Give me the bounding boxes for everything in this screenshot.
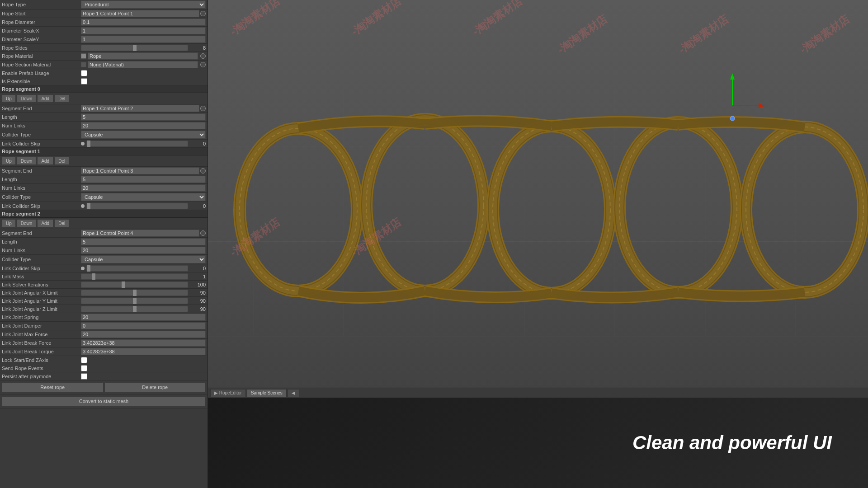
- convert-btn[interactable]: Convert to static mesh: [2, 396, 206, 406]
- link-damper-input[interactable]: [81, 322, 206, 329]
- segment1-end-row: Segment End: [0, 167, 208, 175]
- is-extensible-checkbox[interactable]: [81, 78, 87, 84]
- link-maxforce-input[interactable]: [81, 331, 206, 338]
- segment2-end-row: Segment End: [0, 229, 208, 238]
- segment2-linkskip-row: Link Collider Skip 0: [0, 264, 208, 272]
- link-mass-slider[interactable]: [81, 273, 188, 280]
- tab-sample-scenes[interactable]: Sample Scenes: [247, 389, 287, 397]
- segment0-add-btn[interactable]: Add: [37, 94, 53, 103]
- rope-material-icon: [81, 53, 86, 59]
- rope-section-material-input[interactable]: [88, 61, 198, 68]
- segment0-collider-dropdown[interactable]: Capsule: [81, 131, 206, 139]
- link-mass-row: Link Mass 1: [0, 272, 208, 281]
- segment2-collider-dropdown[interactable]: Capsule: [81, 255, 206, 263]
- segment0-numlinks-input[interactable]: [81, 122, 206, 129]
- segment0-del-btn[interactable]: Del: [54, 94, 69, 103]
- rope-material-input[interactable]: [88, 52, 198, 60]
- diameter-scalex-input[interactable]: [81, 27, 206, 34]
- segment0-end-input[interactable]: [81, 105, 199, 112]
- persist-checkbox[interactable]: [81, 373, 87, 380]
- rope-section-material-row: Rope Section Material: [0, 61, 208, 69]
- segment0-linkskip-slider[interactable]: [86, 141, 188, 147]
- segment1-add-btn[interactable]: Add: [37, 157, 53, 165]
- segment0-linkskip-label: Link Collider Skip: [2, 141, 81, 146]
- segment0-collider-label: Collider Type: [2, 132, 81, 137]
- link-angular-z-label: Link Joint Angular Z Limit: [2, 306, 81, 312]
- viewport[interactable]: -淘淘素材店 -淘淘素材店 -淘淘素材店 -淘淘素材店 -淘淘素材店 -淘淘素材…: [208, 0, 868, 388]
- segment0-btn-row: Up Down Add Del: [0, 93, 208, 104]
- rope-start-picker[interactable]: [200, 11, 206, 16]
- promo-text: Clean and powerful UI: [632, 432, 832, 454]
- link-angular-y-slider[interactable]: [81, 298, 188, 304]
- segment2-linkskip-value: 0: [190, 266, 206, 271]
- rope-section-material-picker[interactable]: [200, 62, 206, 67]
- segment1-end-input[interactable]: [81, 167, 199, 174]
- segment1-linkskip-slider-row: 0: [81, 203, 206, 209]
- svg-marker-35: [759, 103, 765, 108]
- link-angular-x-slider[interactable]: [81, 290, 188, 296]
- segment2-down-btn[interactable]: Down: [17, 219, 37, 227]
- rope-start-input[interactable]: [81, 10, 199, 17]
- segment2-linkskip-slider[interactable]: [86, 265, 188, 272]
- segment2-add-btn[interactable]: Add: [37, 219, 53, 227]
- rope-sides-row: Rope Sides 8: [0, 44, 208, 52]
- svg-point-14: [240, 128, 357, 291]
- rope-type-row: Rope Type Procedural: [0, 0, 208, 9]
- segment0-length-input[interactable]: [81, 113, 206, 121]
- link-breaktorque-label: Link Joint Break Torque: [2, 349, 81, 354]
- svg-point-26: [619, 122, 737, 292]
- segment0-up-btn[interactable]: Up: [2, 94, 16, 103]
- link-solver-slider[interactable]: [81, 282, 188, 288]
- segment2-numlinks-input[interactable]: [81, 247, 206, 254]
- segment1-down-btn[interactable]: Down: [17, 157, 37, 165]
- main-action-row: Reset rope Delete rope: [0, 380, 208, 394]
- is-extensible-label: Is Extensible: [2, 79, 81, 84]
- tab-arrow[interactable]: ◀: [288, 389, 299, 397]
- link-breakforce-input[interactable]: [81, 339, 206, 347]
- link-mass-label: Link Mass: [2, 274, 81, 279]
- diameter-scalex-label: Diameter ScaleX: [2, 28, 81, 33]
- link-mass-slider-row: 1: [81, 273, 206, 280]
- segment1-numlinks-input[interactable]: [81, 184, 206, 192]
- rope-diameter-input[interactable]: [81, 19, 206, 26]
- diameter-scaley-input[interactable]: [81, 36, 206, 43]
- link-breaktorque-input[interactable]: [81, 348, 206, 355]
- segment1-length-input[interactable]: [81, 176, 206, 183]
- link-angular-y-label: Link Joint Angular Y Limit: [2, 298, 81, 304]
- segment2-end-input[interactable]: [81, 230, 199, 237]
- rope-type-dropdown[interactable]: Procedural: [81, 0, 206, 9]
- rope-sides-label: Rope Sides: [2, 45, 81, 51]
- segment1-linkskip-slider[interactable]: [86, 203, 188, 209]
- link-angular-y-slider-row: 90: [81, 298, 206, 304]
- link-spring-input[interactable]: [81, 314, 206, 321]
- segment2-up-btn[interactable]: Up: [2, 219, 16, 227]
- segment0-down-btn[interactable]: Down: [17, 94, 37, 103]
- segment1-up-btn[interactable]: Up: [2, 157, 16, 165]
- lock-zaxis-row: Lock Start/End ZAxis: [0, 356, 208, 364]
- enable-prefab-checkbox[interactable]: [81, 70, 87, 76]
- reset-rope-btn[interactable]: Reset rope: [2, 382, 104, 392]
- rope-sides-value: 8: [190, 45, 206, 51]
- link-angular-x-value: 90: [190, 290, 206, 296]
- rope-material-picker[interactable]: [200, 53, 206, 59]
- tab-rope-editor[interactable]: ▶ RopeEditor: [210, 389, 246, 397]
- convert-row: Convert to static mesh: [0, 394, 208, 408]
- segment1-length-label: Length: [2, 177, 81, 182]
- lock-zaxis-checkbox[interactable]: [81, 357, 87, 363]
- segment2-length-input[interactable]: [81, 238, 206, 245]
- segment0-end-label: Segment End: [2, 106, 81, 111]
- segment2-end-picker[interactable]: [200, 230, 206, 236]
- enable-prefab-label: Enable Prefab Usage: [2, 70, 81, 76]
- send-events-checkbox[interactable]: [81, 365, 87, 371]
- link-breaktorque-row: Link Joint Break Torque: [0, 347, 208, 356]
- rope-sides-slider[interactable]: [81, 45, 188, 51]
- segment0-linkskip-value: 0: [190, 141, 206, 146]
- segment2-del-btn[interactable]: Del: [54, 219, 69, 227]
- segment1-end-picker[interactable]: [200, 168, 206, 174]
- segment1-del-btn[interactable]: Del: [54, 157, 69, 165]
- segment1-collider-dropdown[interactable]: Capsule: [81, 193, 206, 201]
- segment0-end-picker[interactable]: [200, 106, 206, 111]
- link-angular-z-slider[interactable]: [81, 306, 188, 312]
- svg-point-36: [730, 116, 735, 121]
- delete-rope-btn[interactable]: Delete rope: [104, 382, 206, 392]
